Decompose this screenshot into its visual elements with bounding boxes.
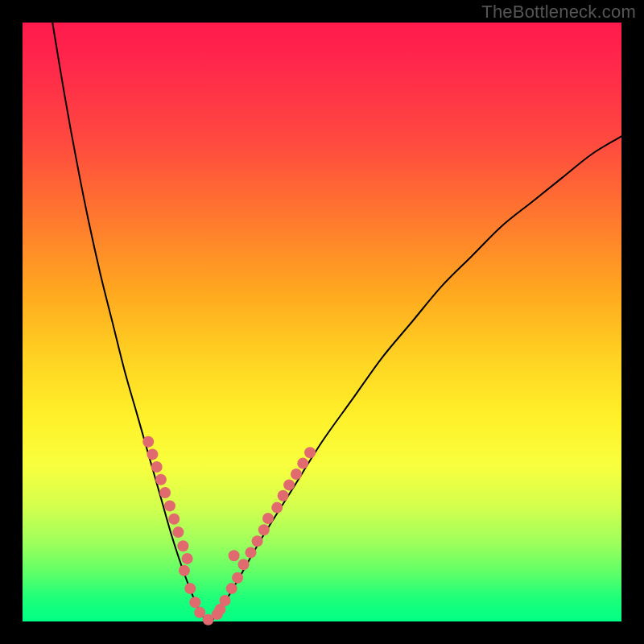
curve-marker [258,524,270,535]
curve-marker [164,500,175,511]
curve-marker [151,461,163,473]
plot-area [23,23,621,621]
curve-marker [155,474,167,485]
curve-marker [238,559,250,570]
watermark-text: TheBottleneck.com [481,2,636,23]
curve-marker [184,583,196,594]
curve-marker [142,436,154,448]
curve-marker [189,597,200,608]
curve-marker [271,502,283,514]
curve-marker [246,547,257,558]
curve-marker [182,553,193,564]
curve-marker [159,487,171,498]
curve-marker [232,572,243,584]
outer-frame: TheBottleneck.com [0,0,644,644]
curve-marker [179,565,190,576]
curve-marker [177,540,188,551]
curve-marker [229,550,240,561]
curve-marker [172,526,184,538]
curve-marker [226,583,237,594]
curve-marker [304,447,316,458]
curve-marker [278,490,289,502]
curve-marker [262,513,274,524]
curve-marker [252,535,263,547]
bottleneck-curve [52,23,621,621]
curve-marker [220,595,231,606]
curve-marker [297,458,308,469]
curve-marker [283,479,295,490]
marker-layer [142,436,316,625]
chart-svg [23,23,621,621]
curve-marker [291,469,302,480]
curve-marker [168,514,180,525]
curve-marker [147,448,158,460]
